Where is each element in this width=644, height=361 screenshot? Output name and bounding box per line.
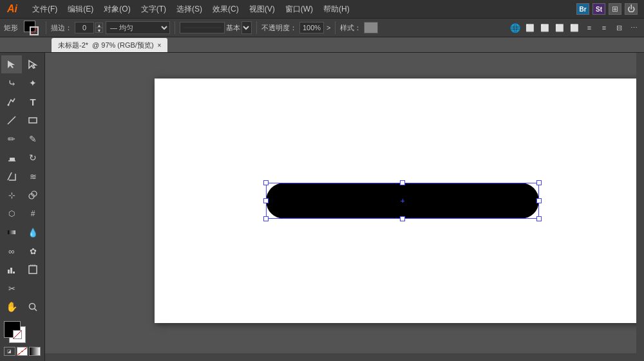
artboard-tool[interactable] bbox=[23, 261, 43, 279]
tool-row-10: 💧 bbox=[1, 223, 43, 241]
stroke-control[interactable]: ▲ ▼ bbox=[75, 22, 103, 33]
handle-bottom-middle[interactable] bbox=[400, 216, 405, 221]
bridge-icon[interactable]: Br bbox=[576, 3, 589, 15]
tool-row-3: T bbox=[1, 93, 43, 111]
menu-file[interactable]: 文件(F) bbox=[27, 1, 62, 17]
shape-builder-tool[interactable] bbox=[23, 186, 43, 204]
arrange-1-icon[interactable]: ⬜ bbox=[524, 21, 536, 34]
perspective-tool[interactable]: ⬡ bbox=[1, 205, 22, 223]
rect-tool[interactable] bbox=[23, 111, 43, 129]
main-area: ⤷ ✦ T ✏ ✎ ↻ bbox=[0, 53, 644, 361]
fill-color-picker[interactable] bbox=[22, 19, 40, 37]
grid-icon[interactable]: ⊞ bbox=[609, 3, 621, 15]
symbol-sprayer-tool[interactable]: ✿ bbox=[23, 242, 43, 260]
stroke-spinners[interactable]: ▲ ▼ bbox=[95, 23, 103, 33]
lasso-tool[interactable]: ⤷ bbox=[1, 74, 22, 92]
graph-tool[interactable] bbox=[1, 261, 22, 279]
canvas-area[interactable] bbox=[45, 53, 644, 361]
default-colors-icon[interactable]: ◪ bbox=[4, 347, 15, 356]
handle-top-left[interactable] bbox=[263, 180, 269, 185]
handle-bottom-right[interactable] bbox=[536, 216, 542, 221]
line-type-control[interactable]: 基本 bbox=[180, 21, 252, 34]
slice-tool[interactable]: ✂ bbox=[1, 279, 22, 297]
arrange-2-icon[interactable]: ⬜ bbox=[538, 21, 551, 34]
tab-title: 未标题-2* bbox=[58, 41, 88, 50]
menu-select[interactable]: 选择(S) bbox=[171, 1, 207, 17]
eyedropper-tool[interactable]: 💧 bbox=[23, 223, 43, 241]
tool-row-12 bbox=[1, 261, 43, 279]
none-color-icon[interactable] bbox=[17, 347, 28, 356]
power-icon[interactable]: ⏻ bbox=[625, 3, 638, 15]
arrange-3-icon[interactable]: ⬜ bbox=[553, 21, 566, 34]
svg-rect-11 bbox=[29, 266, 37, 273]
handle-bottom-left[interactable] bbox=[263, 216, 269, 221]
fill-stroke-squares[interactable] bbox=[4, 321, 28, 346]
shape-container[interactable] bbox=[266, 183, 539, 219]
tool-row-7: ≋ bbox=[1, 167, 43, 185]
scale-tool[interactable] bbox=[1, 167, 22, 185]
type-tool[interactable]: T bbox=[23, 93, 43, 111]
magic-wand-tool[interactable]: ✦ bbox=[23, 74, 43, 92]
handle-top-middle[interactable] bbox=[400, 180, 405, 185]
menu-help[interactable]: 帮助(H) bbox=[318, 1, 355, 17]
vertical-scrollbar[interactable] bbox=[636, 53, 644, 361]
arrange-4-icon[interactable]: ⬜ bbox=[568, 21, 581, 34]
globe-icon[interactable]: 🌐 bbox=[509, 21, 522, 34]
gradient-tool[interactable] bbox=[1, 223, 22, 241]
paintbrush-tool[interactable]: ✏ bbox=[1, 130, 22, 148]
tool-row-6: ↻ bbox=[1, 149, 43, 167]
pencil-tool[interactable]: ✎ bbox=[23, 130, 43, 148]
svg-point-15 bbox=[30, 304, 35, 310]
toolbar: 矩形 描边： ▲ ▼ — 均匀 — 渐变 基本 不透明度： > 样式： bbox=[0, 18, 644, 37]
stroke-none-indicator[interactable] bbox=[13, 330, 22, 339]
stroke-down[interactable]: ▼ bbox=[95, 28, 103, 33]
distribute-icon[interactable]: ⊟ bbox=[612, 21, 625, 34]
menu-effect[interactable]: 效果(C) bbox=[207, 1, 244, 17]
gradient-icon[interactable] bbox=[29, 347, 41, 356]
hand-tool[interactable]: ✋ bbox=[1, 298, 22, 316]
stroke-preview[interactable] bbox=[180, 22, 225, 33]
stroke-value-input[interactable] bbox=[75, 22, 94, 33]
placeholder-tool[interactable] bbox=[23, 279, 43, 297]
style-swatch[interactable] bbox=[364, 22, 378, 33]
line-type-dropdown[interactable] bbox=[242, 21, 252, 34]
handle-middle-left[interactable] bbox=[263, 198, 269, 203]
line-tool[interactable] bbox=[1, 111, 22, 129]
eraser-tool[interactable] bbox=[1, 149, 22, 167]
document-tab[interactable]: 未标题-2* @ 97% (RGB/预览) × bbox=[52, 38, 167, 52]
stroke-label: 描边： bbox=[51, 23, 72, 33]
menu-edit[interactable]: 编辑(E) bbox=[62, 1, 99, 17]
zoom-tool[interactable] bbox=[23, 298, 43, 316]
menu-view[interactable]: 视图(V) bbox=[244, 1, 280, 17]
toolbar-separator-1 bbox=[46, 21, 46, 34]
menu-object[interactable]: 对象(O) bbox=[99, 1, 135, 17]
tab-close-button[interactable]: × bbox=[158, 42, 162, 49]
mesh-tool[interactable]: # bbox=[23, 205, 43, 223]
more-icon[interactable]: ⋯ bbox=[627, 21, 640, 34]
free-transform-tool[interactable]: ⊹ bbox=[1, 186, 22, 204]
selection-tool[interactable] bbox=[1, 55, 22, 73]
horizontal-scrollbar[interactable] bbox=[45, 353, 644, 361]
handle-top-right[interactable] bbox=[536, 180, 542, 185]
menu-text[interactable]: 文字(T) bbox=[136, 1, 171, 17]
opacity-input[interactable] bbox=[299, 22, 324, 33]
opacity-more[interactable]: > bbox=[327, 24, 330, 32]
direct-selection-tool[interactable] bbox=[23, 55, 43, 73]
stroke-profile-dropdown[interactable]: — 均匀 — 渐变 bbox=[106, 21, 170, 34]
menu-window[interactable]: 窗口(W) bbox=[280, 1, 318, 17]
svg-rect-2 bbox=[29, 118, 37, 123]
handle-middle-right[interactable] bbox=[536, 198, 542, 203]
shape-selection[interactable] bbox=[266, 183, 539, 219]
align-1-icon[interactable]: ≡ bbox=[583, 21, 596, 34]
tool-row-1 bbox=[1, 55, 43, 73]
align-2-icon[interactable]: ≡ bbox=[598, 21, 611, 34]
stroke-up[interactable]: ▲ bbox=[95, 23, 103, 28]
rotate-tool[interactable]: ↻ bbox=[23, 149, 43, 167]
stock-icon[interactable]: St bbox=[592, 3, 605, 15]
pen-tool[interactable] bbox=[1, 93, 22, 111]
blend-tool[interactable]: ∞ bbox=[1, 242, 22, 260]
tool-row-5: ✏ ✎ bbox=[1, 130, 43, 148]
svg-line-16 bbox=[35, 309, 37, 311]
svg-rect-8 bbox=[8, 270, 10, 273]
warp-tool[interactable]: ≋ bbox=[23, 167, 43, 185]
